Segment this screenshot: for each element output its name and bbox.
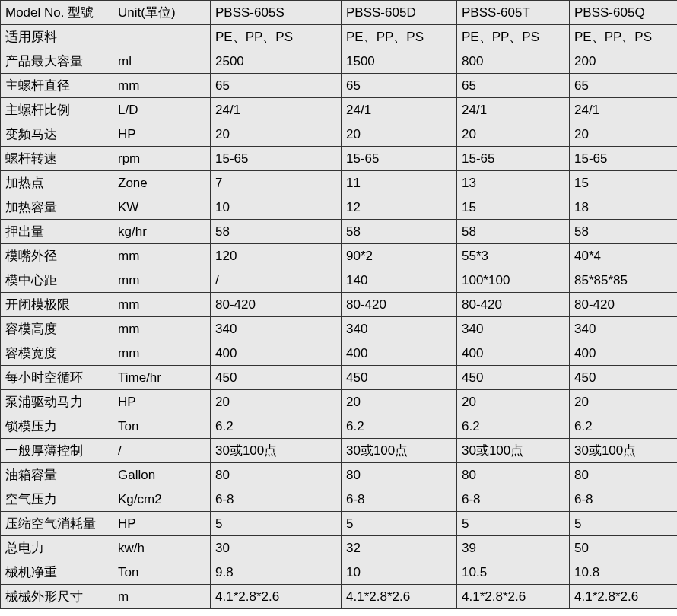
unit-cell: rpm [113, 147, 211, 171]
table-row: 泵浦驱动马力HP20202020 [1, 390, 678, 414]
unit-cell: L/D [113, 98, 211, 122]
value-cell: 15 [570, 171, 678, 195]
value-cell: 30 [211, 536, 342, 560]
value-cell: 90*2 [342, 244, 457, 268]
table-row: 加热容量KW10121518 [1, 195, 678, 220]
value-cell: 13 [457, 171, 570, 195]
spec-name-cell: 总电力 [1, 536, 113, 560]
value-cell: 24/1 [570, 98, 678, 122]
value-cell: 400 [342, 341, 457, 366]
value-cell: 20 [570, 122, 678, 147]
table-row: 械机净重Ton9.81010.510.8 [1, 560, 678, 585]
spec-name-cell: 空气压力 [1, 487, 113, 512]
value-cell: 1500 [342, 49, 457, 74]
value-cell: 20 [342, 122, 457, 147]
value-cell: 24/1 [211, 98, 342, 122]
value-cell: 30或100点 [457, 439, 570, 463]
value-cell: 4.1*2.8*2.6 [211, 585, 342, 609]
value-cell: 80 [342, 463, 457, 487]
table-row: 主螺杆直径mm65656565 [1, 74, 678, 98]
spec-name-cell: 主螺杆直径 [1, 74, 113, 98]
unit-cell: mm [113, 341, 211, 366]
value-cell: 15 [457, 195, 570, 220]
value-cell: 450 [457, 366, 570, 390]
unit-cell: HP [113, 512, 211, 536]
unit-cell: mm [113, 244, 211, 268]
unit-cell: mm [113, 317, 211, 341]
spec-name-cell: 泵浦驱动马力 [1, 390, 113, 414]
table-row: 模中心距mm/140100*10085*85*85 [1, 268, 678, 293]
unit-cell: / [113, 439, 211, 463]
value-cell: 30或100点 [211, 439, 342, 463]
value-cell: 65 [457, 74, 570, 98]
spec-name-cell: 变频马达 [1, 122, 113, 147]
table-row: 锁模压力Ton6.26.26.26.2 [1, 414, 678, 439]
value-cell: 800 [457, 49, 570, 74]
value-cell: 340 [570, 317, 678, 341]
value-cell: 15-65 [342, 147, 457, 171]
table-row: 加热点Zone7111315 [1, 171, 678, 195]
table-row: 械械外形尺寸m4.1*2.8*2.64.1*2.8*2.64.1*2.8*2.6… [1, 585, 678, 609]
value-cell: 80 [457, 463, 570, 487]
spec-name-cell: 容模宽度 [1, 341, 113, 366]
spec-name-cell: 押出量 [1, 220, 113, 244]
spec-name-cell: 螺杆转速 [1, 147, 113, 171]
value-cell: 32 [342, 536, 457, 560]
table-row: 容模宽度mm400400400400 [1, 341, 678, 366]
value-cell: 65 [342, 74, 457, 98]
value-cell: 80-420 [457, 293, 570, 317]
table-row: 螺杆转速rpm15-6515-6515-6515-65 [1, 147, 678, 171]
spec-name-cell: 压缩空气消耗量 [1, 512, 113, 536]
unit-cell: kg/hr [113, 220, 211, 244]
value-cell: 10 [342, 560, 457, 585]
table-row: 空气压力Kg/cm26-86-86-86-8 [1, 487, 678, 512]
value-cell: PBSS-605S [211, 1, 342, 25]
unit-cell: mm [113, 74, 211, 98]
value-cell: 4.1*2.8*2.6 [342, 585, 457, 609]
spec-name-cell: 油箱容量 [1, 463, 113, 487]
value-cell: 340 [211, 317, 342, 341]
value-cell: 340 [457, 317, 570, 341]
unit-cell: Time/hr [113, 366, 211, 390]
value-cell: 5 [342, 512, 457, 536]
unit-cell: mm [113, 268, 211, 293]
value-cell: 80-420 [211, 293, 342, 317]
unit-cell: HP [113, 122, 211, 147]
table-row: 总电力kw/h30323950 [1, 536, 678, 560]
value-cell: 18 [570, 195, 678, 220]
value-cell: 100*100 [457, 268, 570, 293]
value-cell: / [211, 268, 342, 293]
value-cell: PE、PP、PS [211, 25, 342, 49]
value-cell: 20 [457, 390, 570, 414]
value-cell: PE、PP、PS [570, 25, 678, 49]
value-cell: 20 [570, 390, 678, 414]
unit-cell [113, 25, 211, 49]
value-cell: 4.1*2.8*2.6 [457, 585, 570, 609]
table-row: 模嘴外径mm12090*255*340*4 [1, 244, 678, 268]
unit-cell: Zone [113, 171, 211, 195]
value-cell: 30或100点 [570, 439, 678, 463]
value-cell: 65 [211, 74, 342, 98]
unit-cell: Unit(單位) [113, 1, 211, 25]
value-cell: 400 [457, 341, 570, 366]
spec-name-cell: 模中心距 [1, 268, 113, 293]
value-cell: 12 [342, 195, 457, 220]
unit-cell: KW [113, 195, 211, 220]
table-row: 容模高度mm340340340340 [1, 317, 678, 341]
value-cell: 58 [211, 220, 342, 244]
value-cell: 15-65 [457, 147, 570, 171]
spec-name-cell: 锁模压力 [1, 414, 113, 439]
value-cell: PBSS-605T [457, 1, 570, 25]
value-cell: 58 [457, 220, 570, 244]
value-cell: 65 [570, 74, 678, 98]
table-row: 一般厚薄控制/30或100点30或100点30或100点30或100点 [1, 439, 678, 463]
value-cell: 10 [211, 195, 342, 220]
spec-name-cell: 加热容量 [1, 195, 113, 220]
value-cell: 6-8 [211, 487, 342, 512]
value-cell: 120 [211, 244, 342, 268]
value-cell: 80 [570, 463, 678, 487]
value-cell: 80-420 [570, 293, 678, 317]
value-cell: 10.8 [570, 560, 678, 585]
value-cell: 80 [211, 463, 342, 487]
spec-name-cell: 一般厚薄控制 [1, 439, 113, 463]
